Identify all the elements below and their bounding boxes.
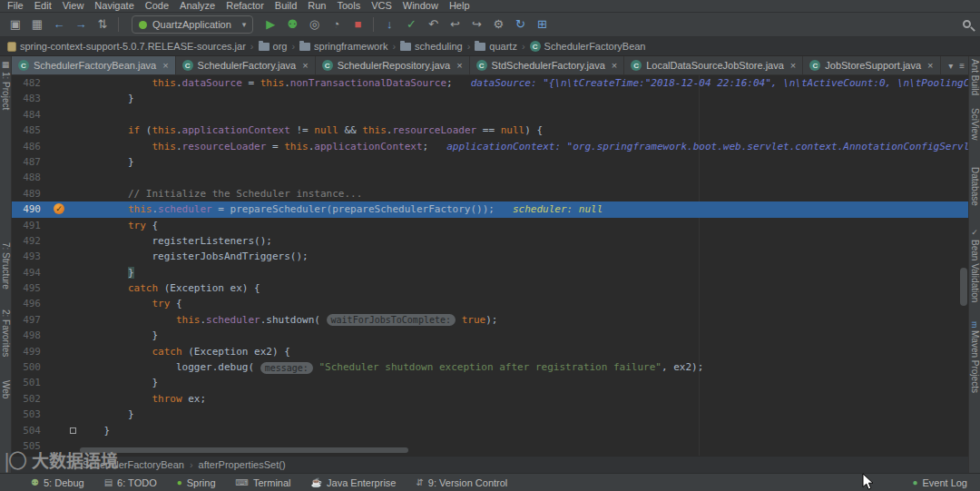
tab-list-icon[interactable]: ≡	[959, 61, 965, 71]
code-line[interactable]: 497 this.scheduler.shutdown( waitForJobs…	[12, 312, 968, 328]
gutter[interactable]: 502	[12, 391, 80, 407]
menu-item-window[interactable]: Window	[397, 0, 444, 12]
breadcrumb-item[interactable]: springframework	[299, 41, 387, 52]
code-line[interactable]: 502 throw ex;	[12, 391, 968, 407]
tool-favorites[interactable]: 2: Favorites	[1, 309, 11, 357]
menu-item-analyze[interactable]: Analyze	[174, 0, 220, 12]
close-icon[interactable]: ×	[162, 60, 168, 71]
run-config-select[interactable]: QuartzApplication ▾	[132, 15, 253, 34]
code-line[interactable]: 495 catch (Exception ex) {	[12, 280, 968, 296]
tool-database[interactable]: Database	[970, 167, 980, 206]
tool-debug[interactable]: ⚉5: Debug	[31, 477, 84, 488]
gutter[interactable]: 498	[12, 328, 80, 343]
gutter[interactable]: 488	[12, 170, 80, 185]
run-icon[interactable]: ▶	[260, 14, 280, 35]
code-line[interactable]: 483 }	[12, 91, 968, 106]
code-line[interactable]: 485 if (this.applicationContext != null …	[12, 123, 968, 138]
recent-files-icon[interactable]: ⇅	[93, 14, 113, 35]
code-line[interactable]: 487 }	[12, 154, 968, 170]
tool-project[interactable]: ▦1: Project	[1, 60, 11, 110]
tool-version-control[interactable]: ⇵9: Version Control	[416, 477, 507, 488]
code-line[interactable]: 499 catch (Exception ex2) {	[12, 344, 968, 359]
menu-item-refactor[interactable]: Refactor	[220, 0, 270, 12]
save-all-icon[interactable]: ▦	[27, 14, 47, 35]
breakpoint-icon[interactable]: ✓	[54, 203, 64, 214]
menu-item-tools[interactable]: Tools	[331, 0, 366, 12]
editor-tab[interactable]: CJobStoreSupport.java×	[803, 56, 940, 74]
tool-terminal[interactable]: ⌨Terminal	[236, 477, 291, 488]
tool-todo[interactable]: ▤6: TODO	[104, 477, 157, 488]
gutter[interactable]: 497	[12, 312, 80, 328]
undo-icon[interactable]: ↩	[445, 14, 465, 35]
forward-icon[interactable]: →	[71, 14, 91, 35]
gutter[interactable]: 485	[12, 123, 80, 138]
breadcrumb-item[interactable]: CSchedulerFactoryBean	[530, 41, 646, 52]
close-icon[interactable]: ×	[302, 60, 308, 71]
code-line[interactable]: 494 }	[12, 265, 968, 280]
vcs-update-icon[interactable]: ↓	[379, 14, 399, 35]
tool-sciview[interactable]: SciView	[970, 108, 980, 140]
code-line[interactable]: 488	[12, 170, 968, 185]
close-icon[interactable]: ×	[456, 60, 462, 71]
gutter[interactable]: 494	[12, 265, 80, 280]
code-line[interactable]: 501 }	[12, 375, 968, 390]
code-line[interactable]: 504 }	[12, 423, 968, 438]
menu-item-edit[interactable]: Edit	[29, 0, 57, 12]
back-icon[interactable]: ←	[49, 14, 69, 35]
code-line[interactable]: 489 // Initialize the Scheduler instance…	[12, 186, 968, 201]
search-icon[interactable]	[963, 20, 971, 28]
tool-bean-validation[interactable]: ✓Bean Validation	[970, 228, 980, 302]
menu-item-build[interactable]: Build	[270, 0, 302, 12]
gutter[interactable]: 492	[12, 233, 80, 249]
editor-tab[interactable]: CStdSchedulerFactory.java×	[470, 56, 625, 74]
horizontal-scrollbar[interactable]	[80, 447, 408, 453]
gutter[interactable]: 482	[12, 75, 80, 91]
menu-item-navigate[interactable]: Navigate	[89, 0, 139, 12]
breadcrumb-item[interactable]: afterPropertiesSet()	[199, 459, 286, 470]
tool-java-enterprise[interactable]: ☕Java Enterprise	[311, 477, 397, 488]
gutter[interactable]: 496	[12, 296, 80, 311]
gutter[interactable]: 486	[12, 139, 80, 154]
code-line[interactable]: 491 try {	[12, 218, 968, 233]
sync-icon[interactable]: ↻	[510, 14, 530, 35]
gutter[interactable]: 487	[12, 154, 80, 170]
close-icon[interactable]: ×	[927, 60, 933, 71]
code-line[interactable]: 486 this.resourceLoader = this.applicati…	[12, 139, 968, 154]
close-icon[interactable]: ×	[612, 60, 617, 71]
gutter[interactable]: 490✓	[12, 201, 80, 217]
vcs-commit-icon[interactable]: ✓	[401, 14, 421, 35]
editor-tab[interactable]: CLocalDataSourceJobStore.java×	[624, 56, 803, 74]
menu-item-vcs[interactable]: VCS	[366, 0, 397, 12]
editor-tab[interactable]: CSchedulerFactory.java×	[176, 56, 316, 74]
tool-structure[interactable]: 7: Structure	[1, 242, 11, 290]
menu-item-file[interactable]: File	[2, 0, 29, 12]
code-line[interactable]: 498 }	[12, 328, 968, 343]
gutter[interactable]: 499	[12, 344, 80, 359]
code-line[interactable]: 484	[12, 107, 968, 123]
debug-icon[interactable]: ⚉	[282, 14, 302, 35]
menu-item-view[interactable]: View	[57, 0, 90, 12]
code-line[interactable]: 482 this.dataSource = this.nonTransactio…	[12, 75, 968, 91]
vertical-scrollbar-thumb[interactable]	[960, 268, 967, 306]
breadcrumb-item[interactable]: quartz	[475, 41, 517, 52]
fold-icon[interactable]	[70, 427, 76, 434]
tool-maven-projects[interactable]: mMaven Projects	[970, 321, 980, 393]
breadcrumb-item[interactable]: scheduling	[400, 41, 463, 52]
gutter[interactable]: 495	[12, 280, 80, 296]
code-line[interactable]: 500 logger.debug( message: "Scheduler sh…	[12, 359, 968, 375]
gutter[interactable]: 491	[12, 218, 80, 233]
settings-icon[interactable]: ⚙	[488, 14, 508, 35]
open-project-icon[interactable]: ▣	[5, 14, 25, 35]
code-editor[interactable]: 482 this.dataSource = this.nonTransactio…	[12, 75, 968, 456]
stop-icon[interactable]: ■	[348, 14, 368, 35]
code-line[interactable]: 496 try {	[12, 296, 968, 311]
code-line[interactable]: 492 registerListeners();	[12, 233, 968, 249]
editor-tab[interactable]: CSchedulerRepository.java×	[316, 56, 470, 74]
tool-ant-build[interactable]: Ant Build	[970, 59, 980, 95]
gutter[interactable]: 484	[12, 107, 80, 123]
gutter[interactable]: 483	[12, 91, 80, 106]
code-line[interactable]: 503 }	[12, 407, 968, 422]
event-log[interactable]: ●Event Log	[912, 477, 967, 488]
plugins-icon[interactable]: ⊞	[532, 14, 552, 35]
close-icon[interactable]: ×	[790, 60, 796, 71]
